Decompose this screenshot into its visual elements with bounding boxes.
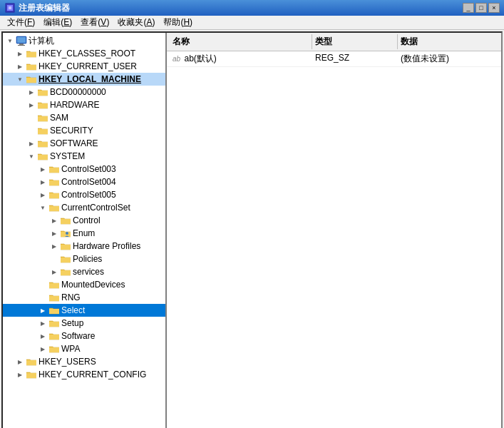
tree-item-mounted-devices[interactable]: ▶ MountedDevices [3,278,165,291]
folder-icon-security [37,126,48,136]
tree-label-services: services [73,267,104,277]
tree-label-enum: Enum [73,228,95,238]
tree-label-controlset003: ControlSet003 [61,164,116,174]
menu-edit[interactable]: 编辑(E) [39,15,76,30]
tree-label-mounted-devices: MountedDevices [61,280,125,290]
app-window: 注册表编辑器 _ □ × 文件(F) 编辑(E) 查看(V) 收藏夹(A) 帮助… [0,0,504,428]
folder-icon-wpa [48,344,60,354]
tree-item-controlset004[interactable]: ▶ ControlSet004 [3,175,165,188]
tree-item-controlset003[interactable]: ▶ ControlSet003 [3,163,165,175]
expander-software-sys[interactable]: ▶ [37,330,48,342]
tree-item-sam[interactable]: ▶ SAM [3,111,165,124]
tree-label-hardware-profiles: Hardware Profiles [73,241,140,251]
expander-control[interactable]: ▶ [48,215,60,226]
folder-icon-system [37,151,48,161]
expander-select[interactable]: ▶ [37,305,48,316]
tree-item-select[interactable]: ▶ Select [3,304,165,317]
tree-label-policies: Policies [73,254,102,264]
folder-icon-classes-root [26,49,37,58]
expander-hardware-profiles[interactable]: ▶ [48,240,60,252]
tree-item-control[interactable]: ▶ Control [3,214,165,227]
tree-container: ▼ 计算机 ▶ [3,34,165,381]
tree-label-hardware: HARDWARE [50,100,100,110]
col-header-data: 数据 [398,34,498,49]
tree-item-local-machine[interactable]: ▼ HKEY_LOCAL_MACHINE [3,73,165,86]
expander-controlset005[interactable]: ▶ [37,189,48,200]
tree-item-hardware-profiles[interactable]: ▶ Hardware Profiles [3,240,165,253]
tree-label-rng: RNG [61,292,81,302]
expander-controlset004[interactable]: ▶ [37,176,48,188]
tree-label-security: SECURITY [50,126,93,136]
tree-item-bcd[interactable]: ▶ BCD00000000 [3,86,165,98]
tree-item-software-lm[interactable]: ▶ SOFTWARE [3,137,165,150]
title-bar: 注册表编辑器 _ □ × [0,0,504,16]
tree-label-currentcontrolset: CurrentControlSet [61,203,130,213]
menu-view[interactable]: 查看(V) [76,15,113,30]
tree-item-rng[interactable]: ▶ RNG [3,291,165,304]
tree-item-setup[interactable]: ▶ Setup [3,317,165,330]
tree-item-computer[interactable]: ▼ 计算机 [3,34,165,47]
tree-item-hkey-current-config[interactable]: ▶ HKEY_CURRENT_CONFIG [3,368,165,381]
tree-item-services[interactable]: ▶ services [3,265,165,278]
tree-item-controlset005[interactable]: ▶ ControlSet005 [3,188,165,201]
tree-label-controlset004: ControlSet004 [61,177,116,187]
col-header-name: 名称 [170,34,312,49]
folder-icon-setup [48,318,60,328]
tree-item-software-sys[interactable]: ▶ Software [3,330,165,342]
expander-system[interactable]: ▼ [26,151,37,162]
expander-wpa[interactable]: ▶ [37,343,48,355]
tree-item-classes-root[interactable]: ▶ HKEY_CLASSES_ROOT [3,47,165,60]
expander-current-user[interactable]: ▶ [14,61,26,72]
expander-software-lm[interactable]: ▶ [26,138,37,149]
expander-computer[interactable]: ▼ [4,35,16,46]
computer-icon [16,35,27,46]
tree-item-system[interactable]: ▼ SYSTEM [3,150,165,163]
folder-icon-local-machine [26,74,37,84]
tree-label-controlset005: ControlSet005 [61,190,116,200]
folder-icon-hkey-current-config [26,370,37,379]
tree-item-hkey-users[interactable]: ▶ HKEY_USERS [3,355,165,368]
expander-currentcontrolset[interactable]: ▼ [37,202,48,213]
expander-hkey-current-config[interactable]: ▶ [14,369,26,380]
expander-hkey-users[interactable]: ▶ [14,356,26,367]
svg-point-10 [66,232,68,235]
window-controls: _ □ × [463,3,500,13]
tree-label-software-lm: SOFTWARE [50,138,98,148]
folder-icon-enum [60,228,71,238]
maximize-button[interactable]: □ [475,3,487,13]
close-button[interactable]: × [488,3,500,13]
tree-item-enum[interactable]: ▶ Enum [3,227,165,240]
col-header-type: 类型 [312,34,398,49]
tree-panel[interactable]: ▼ 计算机 ▶ [3,33,167,428]
folder-icon-sam [37,113,48,123]
tree-item-currentcontrolset[interactable]: ▼ CurrentControlSet [3,201,165,214]
svg-rect-4 [17,37,26,43]
expander-bcd[interactable]: ▶ [26,86,37,98]
tree-item-wpa[interactable]: ▶ WPA [3,342,165,355]
menu-help[interactable]: 帮助(H) [159,15,197,30]
expander-controlset003[interactable]: ▶ [37,163,48,175]
menu-file[interactable]: 文件(F) [3,15,39,30]
tree-label-select: Select [61,305,85,315]
svg-rect-6 [18,45,25,46]
cell-type-default: REG_SZ [312,52,398,66]
tree-label-computer: 计算机 [29,35,54,47]
minimize-button[interactable]: _ [463,3,474,13]
tree-item-policies[interactable]: ▶ Policies [3,253,165,265]
expander-classes-root[interactable]: ▶ [14,48,26,59]
tree-item-security[interactable]: ▶ SECURITY [3,124,165,137]
tree-label-current-user: HKEY_CURRENT_USER [38,61,137,71]
tree-item-current-user[interactable]: ▶ HKEY_CURRENT_USER [3,60,165,73]
folder-icon-software-lm [37,138,48,148]
tree-item-hardware[interactable]: ▶ HARDWARE [3,98,165,111]
menu-favorites[interactable]: 收藏夹(A) [113,15,159,30]
expander-hardware[interactable]: ▶ [26,99,37,111]
registry-row-default[interactable]: ab ab(默认) REG_SZ (数值未设置) [167,51,501,67]
expander-services[interactable]: ▶ [48,266,60,277]
expander-local-machine[interactable]: ▼ [14,73,26,85]
expander-enum[interactable]: ▶ [48,228,60,239]
folder-icon-services [60,267,71,277]
folder-icon-control [60,215,71,225]
expander-setup[interactable]: ▶ [37,317,48,329]
right-panel: 名称 类型 数据 ab ab(默认) REG_SZ (数 [167,33,501,428]
